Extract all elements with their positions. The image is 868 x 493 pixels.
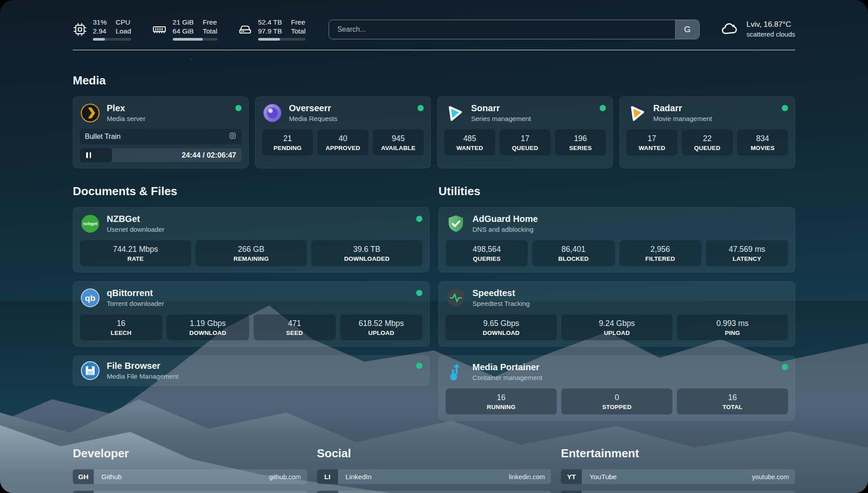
memory-total-label: Total (203, 27, 217, 36)
disk-icon (238, 22, 252, 37)
stat-value: 266 GB (198, 245, 304, 254)
app-description: Container management (472, 374, 542, 381)
status-dot (782, 105, 788, 111)
stat-value: 86,401 (535, 245, 612, 254)
disk-progress-track (258, 38, 306, 41)
overseerr-icon (262, 103, 283, 123)
pause-button[interactable] (80, 152, 97, 158)
portainer-card[interactable]: Media Portainer Container management 16 … (438, 355, 795, 421)
cpu-progress-track (93, 38, 131, 41)
stat-download: 1.19 Gbps DOWNLOAD (167, 314, 249, 340)
sonarr-icon (444, 103, 465, 123)
disk-total-label: Total (291, 27, 306, 36)
stat-value: 39.6 TB (314, 245, 420, 254)
stat-label: STOPPED (564, 404, 670, 410)
stat-label: PENDING (265, 145, 310, 151)
stat-label: RATE (83, 255, 188, 262)
stat-value: 40 (320, 134, 366, 143)
stat-label: LATENCY (709, 255, 785, 262)
bookmark-twitter[interactable]: TW Twitter twitter.com (317, 491, 551, 493)
stat-wanted: 17 WANTED (626, 130, 677, 155)
dashboard-screen: 31% 2.94 CPU Load (0, 0, 868, 493)
app-description: Speedtest Tracking (472, 300, 530, 307)
stat-label: QUEUED (502, 145, 548, 151)
bookmark-url: github.com (269, 473, 301, 480)
overseerr-card[interactable]: Overseerr Media Requests 21 PENDING 40 A… (255, 96, 431, 168)
stat-label: QUERIES (448, 255, 525, 262)
adguard-card[interactable]: AdGuard Home DNS and adblocking 498,564 … (438, 207, 795, 272)
stat-value: 2,956 (622, 245, 699, 254)
memory-icon (152, 22, 167, 37)
stat-label: REMAINING (198, 255, 304, 262)
stat-seed: 471 SEED (254, 314, 336, 340)
stat-value: 16 (83, 319, 159, 328)
bookmark-netflix[interactable]: NF Netflix netflix.com (561, 491, 795, 493)
memory-progress-track (173, 38, 217, 41)
weather-widget[interactable]: Lviv, 16.87°C scattered clouds (719, 20, 795, 39)
top-bar: 31% 2.94 CPU Load (73, 18, 795, 41)
playback-time: 24:44 / 02:06:47 (182, 151, 242, 159)
stat-total: 16 TOTAL (677, 389, 788, 414)
developer-bookmarks: Developer GH Github github.com SO StackO… (73, 447, 307, 493)
entertainment-bookmarks: Entertainment YT YouTube youtube.com NF … (561, 447, 795, 493)
app-name: qBittorrent (107, 288, 164, 298)
stat-downloaded: 39.6 TB DOWNLOADED (311, 240, 422, 266)
bookmark-url: youtube.com (752, 473, 789, 480)
stat-value: 945 (376, 134, 421, 143)
bookmark-stackoverflow[interactable]: SO StackOverflow stackoverflow.com (73, 491, 307, 493)
adguard-icon (446, 213, 466, 234)
social-bookmarks: Social LI LinkedIn linkedin.com TW Twitt… (317, 447, 551, 493)
stat-value: 17 (629, 134, 675, 143)
radarr-card[interactable]: Radarr Movie management 17 WANTED 22 QUE… (619, 96, 795, 168)
stat-blocked: 86,401 BLOCKED (532, 240, 614, 266)
app-description: Media File Management (107, 372, 179, 380)
search-input[interactable] (329, 20, 675, 39)
app-description: Media server (107, 115, 146, 122)
memory-total-value: 64 GiB (173, 27, 194, 36)
media-grid: Plex Media server Bullet Train (73, 96, 795, 168)
stat-value: 47.569 ms (709, 245, 785, 254)
svg-text:nzbget: nzbget (83, 221, 98, 226)
bookmark-linkedin[interactable]: LI LinkedIn linkedin.com (317, 469, 551, 484)
filebrowser-icon (80, 360, 100, 381)
cloud-icon (719, 20, 740, 39)
plex-card[interactable]: Plex Media server Bullet Train (73, 96, 249, 168)
media-thumbnail-icon[interactable] (229, 132, 237, 142)
status-dot (416, 216, 422, 222)
cpu-load-value: 2.94 (93, 27, 107, 36)
playback-progress-row: 24:44 / 02:06:47 (80, 148, 242, 162)
system-metrics: 31% 2.94 CPU Load (73, 18, 305, 41)
cpu-values: 31% 2.94 (93, 18, 107, 36)
portainer-icon (446, 362, 466, 382)
stat-value: 22 (684, 134, 730, 143)
search-provider-button[interactable]: G (675, 20, 699, 39)
qbittorrent-card[interactable]: qb qBittorrent Torrent downloader 16 LEE… (73, 281, 430, 347)
memory-free-value: 21 GiB (173, 18, 194, 27)
disk-labels: Free Total (291, 18, 306, 36)
cpu-metric: 31% 2.94 CPU Load (73, 18, 131, 41)
cpu-icon (73, 22, 87, 37)
stat-wanted: 485 WANTED (444, 130, 495, 155)
speedtest-card[interactable]: Speedtest Speedtest Tracking 9.65 Gbps D… (438, 281, 795, 347)
stat-label: BLOCKED (535, 255, 612, 262)
social-title: Social (317, 447, 551, 460)
media-section-title: Media (73, 74, 795, 88)
app-description: Movie management (653, 115, 712, 122)
app-description: DNS and adblocking (472, 226, 538, 233)
cpu-labels: CPU Load (116, 18, 131, 36)
media-section: Media Plex Media server (73, 74, 795, 168)
stat-label: FILTERED (622, 255, 699, 262)
filebrowser-card[interactable]: File Browser Media File Management (73, 355, 430, 386)
nzbget-card[interactable]: nzbget NZBGet Usenet downloader 744.21 M… (73, 207, 430, 272)
bookmark-github[interactable]: GH Github github.com (73, 469, 307, 484)
stat-label: WANTED (629, 145, 675, 151)
cpu-progress-fill (93, 38, 105, 41)
disk-metric: 52.4 TB 97.9 TB Free Total (238, 18, 306, 41)
app-name: AdGuard Home (472, 214, 538, 224)
stat-value: 471 (256, 319, 333, 328)
top-bar-divider (73, 50, 795, 50)
bookmark-youtube[interactable]: YT YouTube youtube.com (561, 469, 795, 484)
sonarr-card[interactable]: Sonarr Series management 485 WANTED 17 Q… (437, 96, 613, 168)
stat-stopped: 0 STOPPED (561, 389, 672, 414)
stat-queued: 17 QUEUED (500, 130, 551, 155)
